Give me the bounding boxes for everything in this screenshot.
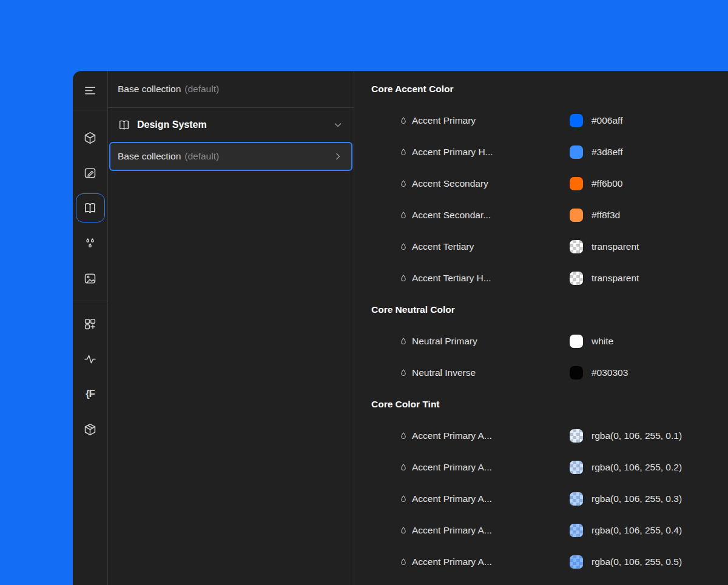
color-swatch[interactable] xyxy=(570,461,583,474)
section-title: Core Color Tint xyxy=(371,389,718,420)
widgets-button[interactable] xyxy=(76,309,105,338)
color-swatch-fill xyxy=(570,429,583,443)
token-row[interactable]: Accent Secondar...#ff8f3d xyxy=(371,199,718,231)
token-name: Accent Primary H... xyxy=(412,147,570,158)
droplet-icon xyxy=(399,557,408,567)
droplet-icon xyxy=(399,463,408,473)
token-name: Accent Primary xyxy=(412,115,570,126)
color-swatch[interactable] xyxy=(570,429,583,443)
token-row[interactable]: Accent Tertiary H...transparent xyxy=(371,262,718,294)
color-swatch[interactable] xyxy=(570,209,583,222)
package-button[interactable] xyxy=(76,415,105,444)
activity-button[interactable] xyxy=(76,344,105,373)
activity-icon xyxy=(83,352,97,366)
function-icon: {F xyxy=(86,388,95,400)
droplet-icon xyxy=(399,242,408,252)
droplet-icon xyxy=(399,431,408,441)
rail-divider xyxy=(73,110,107,110)
panel-header: Base collection (default) xyxy=(108,71,354,108)
chevron-right-icon xyxy=(332,150,344,162)
token-name: Accent Primary A... xyxy=(412,493,570,504)
drops-button[interactable] xyxy=(76,229,105,258)
function-button[interactable]: {F xyxy=(76,379,105,409)
color-swatch-fill xyxy=(570,145,583,159)
library-name: Design System xyxy=(137,119,207,130)
token-row[interactable]: Accent Primary H...#3d8eff xyxy=(371,136,718,168)
token-value: #3d8eff xyxy=(592,147,622,158)
collection-item-base[interactable]: Base collection (default) xyxy=(109,142,352,171)
token-name: Accent Primary A... xyxy=(412,525,570,536)
token-value: #030303 xyxy=(592,367,628,378)
color-swatch-fill xyxy=(570,272,583,285)
droplet-icon xyxy=(399,147,408,158)
token-row[interactable]: Accent Primary A...rgba(0, 106, 255, 0.2… xyxy=(371,452,718,483)
token-name: Accent Tertiary H... xyxy=(412,273,570,284)
token-name: Accent Primary A... xyxy=(412,557,570,567)
rail-divider xyxy=(73,301,107,301)
color-swatch[interactable] xyxy=(570,555,583,569)
package-icon xyxy=(83,423,97,436)
color-swatch[interactable] xyxy=(570,114,583,127)
app-window: {F Base collection (default) Design Syst… xyxy=(73,71,728,585)
color-swatch-fill xyxy=(570,555,583,569)
droplet-icon xyxy=(399,526,408,536)
color-swatch[interactable] xyxy=(570,145,583,159)
token-row[interactable]: Accent Primary#006aff xyxy=(371,105,718,136)
tokens-panel: Core Accent ColorAccent Primary#006affAc… xyxy=(354,71,728,585)
collection-title-suffix: (default) xyxy=(184,151,219,162)
token-name: Accent Secondary xyxy=(412,178,570,189)
drops-icon xyxy=(83,236,97,250)
token-name: Accent Secondar... xyxy=(412,210,570,221)
droplet-icon xyxy=(399,273,408,284)
token-row[interactable]: Accent Primary A...rgba(0, 106, 255, 0.3… xyxy=(371,483,718,515)
token-row[interactable]: Accent Primary A...rgba(0, 106, 255, 0.5… xyxy=(371,546,718,578)
chevron-down-icon xyxy=(332,119,344,131)
droplet-icon xyxy=(399,368,408,378)
color-swatch[interactable] xyxy=(570,240,583,253)
color-swatch[interactable] xyxy=(570,524,583,537)
droplet-icon xyxy=(399,116,408,126)
panel-title: Base collection xyxy=(118,84,181,95)
rail-group-tools: {F xyxy=(76,306,105,447)
token-row[interactable]: Accent Tertiarytransparent xyxy=(371,231,718,262)
token-value: transparent xyxy=(592,241,639,252)
color-swatch[interactable] xyxy=(570,272,583,285)
library-selector[interactable]: Design System xyxy=(108,108,354,142)
edit-button[interactable] xyxy=(76,158,105,187)
token-value: #ff8f3d xyxy=(592,210,620,221)
token-name: Neutral Primary xyxy=(412,336,570,347)
token-row[interactable]: Accent Secondary#ff6b00 xyxy=(371,168,718,199)
token-row[interactable]: Neutral Inverse#030303 xyxy=(371,357,718,389)
cube-button[interactable] xyxy=(76,123,105,152)
image-button[interactable] xyxy=(76,264,105,293)
token-value: #006aff xyxy=(592,115,622,126)
color-swatch[interactable] xyxy=(570,366,583,379)
rail-group-design xyxy=(76,115,105,296)
color-swatch[interactable] xyxy=(570,492,583,506)
book-icon xyxy=(118,119,130,132)
color-swatch-fill xyxy=(570,209,583,222)
design-tokens-button[interactable] xyxy=(76,193,105,222)
color-swatch-fill xyxy=(570,114,583,127)
token-value: rgba(0, 106, 255, 0.1) xyxy=(592,430,682,441)
panel-title-suffix: (default) xyxy=(184,84,219,95)
left-toolbar-rail: {F xyxy=(73,71,108,585)
token-name: Accent Primary A... xyxy=(412,430,570,441)
color-swatch-fill xyxy=(570,492,583,506)
token-name: Accent Tertiary xyxy=(412,241,570,252)
token-value: transparent xyxy=(592,273,639,284)
token-value: rgba(0, 106, 255, 0.2) xyxy=(592,462,682,473)
token-row[interactable]: Accent Primary A...rgba(0, 106, 255, 0.4… xyxy=(371,515,718,546)
droplet-icon xyxy=(399,336,408,347)
token-name: Neutral Inverse xyxy=(412,367,570,378)
color-swatch-fill xyxy=(570,524,583,537)
color-swatch-fill xyxy=(570,366,583,379)
color-swatch-fill xyxy=(570,335,583,348)
collections-panel: Base collection (default) Design System … xyxy=(108,71,354,585)
token-row[interactable]: Neutral Primarywhite xyxy=(371,326,718,357)
color-swatch[interactable] xyxy=(570,177,583,190)
menu-button[interactable] xyxy=(76,76,105,105)
color-swatch[interactable] xyxy=(570,335,583,348)
token-value: white xyxy=(592,336,613,347)
token-row[interactable]: Accent Primary A...rgba(0, 106, 255, 0.1… xyxy=(371,420,718,452)
